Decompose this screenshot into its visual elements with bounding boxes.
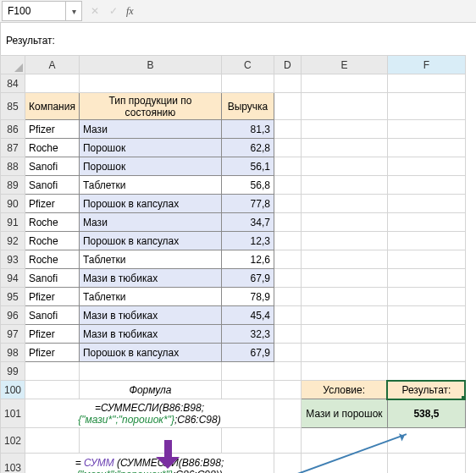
cell[interactable]: Roche	[25, 213, 80, 232]
result-value-cell[interactable]: 538,5	[387, 399, 465, 428]
col-header-B[interactable]: B	[79, 56, 221, 74]
row-header[interactable]: 99	[1, 362, 25, 381]
cell[interactable]: Sanofi	[25, 306, 80, 325]
row-header[interactable]: 103	[1, 454, 25, 474]
cell[interactable]: 62,8	[221, 139, 274, 157]
cell[interactable]: Таблетки	[79, 288, 221, 306]
col-header-F[interactable]: F	[387, 56, 465, 74]
cell[interactable]: 45,4	[221, 306, 274, 325]
row-header[interactable]: 95	[1, 288, 25, 306]
row-header[interactable]: 102	[1, 428, 25, 454]
row-header[interactable]: 100	[1, 381, 25, 399]
row-header[interactable]: 90	[1, 195, 25, 213]
formula-2-cell[interactable]: = СУММ (СУММЕСЛИ(B86:B98; {"мази*";"поро…	[25, 454, 274, 474]
result-header-label[interactable]: Результат:	[387, 381, 465, 399]
cell[interactable]: 81,3	[221, 120, 274, 139]
cell[interactable]: 56,8	[221, 176, 274, 195]
cell[interactable]: 32,3	[221, 325, 274, 344]
cell[interactable]: Порошок в капсулах	[79, 195, 221, 213]
cell[interactable]: Pfizer	[25, 325, 80, 344]
row-header[interactable]: 101	[1, 399, 25, 428]
cell[interactable]: 77,8	[221, 195, 274, 213]
cell[interactable]: Мази	[79, 213, 221, 232]
spreadsheet-grid: A B C D E F 84 85 Компания Тип продукции…	[0, 55, 476, 473]
cell[interactable]: Pfizer	[25, 120, 80, 139]
col-header-E[interactable]: E	[301, 56, 387, 74]
formula-bar: F100 ▾ ✕ ✓ fx	[0, 0, 476, 23]
row-header[interactable]: 85	[1, 93, 25, 120]
cell[interactable]: Мази в тюбиках	[79, 325, 221, 344]
cell[interactable]: Pfizer	[25, 288, 80, 306]
col-header-A[interactable]: A	[25, 56, 80, 74]
row-header[interactable]: 89	[1, 176, 25, 195]
name-box[interactable]: F100	[2, 1, 66, 21]
cell[interactable]: Sanofi	[25, 176, 80, 195]
cell[interactable]: Roche	[25, 139, 80, 157]
table-hdr-product[interactable]: Тип продукции по состоянию	[79, 93, 221, 120]
row-header[interactable]: 88	[1, 157, 25, 176]
cell[interactable]: Sanofi	[25, 157, 80, 176]
select-all-corner[interactable]	[1, 56, 25, 74]
formula-1-cell[interactable]: =СУММЕСЛИ(B86:B98; {"мази*";"порошок*"};…	[25, 399, 274, 428]
cell[interactable]: Мази в тюбиках	[79, 306, 221, 325]
fx-icon[interactable]: fx	[126, 5, 134, 18]
cell[interactable]: Sanofi	[25, 269, 80, 288]
cell[interactable]: Мази	[79, 120, 221, 139]
sheet-table[interactable]: A B C D E F 84 85 Компания Тип продукции…	[0, 55, 466, 473]
cell[interactable]: Roche	[25, 232, 80, 250]
row-header[interactable]: 96	[1, 306, 25, 325]
chevron-down-icon: ▾	[72, 7, 76, 16]
col-header-D[interactable]: D	[274, 56, 301, 74]
cell[interactable]: 78,9	[221, 288, 274, 306]
cond-value-cell[interactable]: Мази и порошок	[301, 399, 387, 428]
row-header[interactable]: 84	[1, 74, 25, 93]
accept-icon[interactable]: ✓	[108, 5, 119, 17]
cell[interactable]: 34,7	[221, 213, 274, 232]
cell[interactable]: Порошок в капсулах	[79, 232, 221, 250]
cell[interactable]: 67,9	[221, 269, 274, 288]
row-header[interactable]: 93	[1, 250, 25, 269]
row-header[interactable]: 92	[1, 232, 25, 250]
cell[interactable]: Pfizer	[25, 195, 80, 213]
cell[interactable]: 67,9	[221, 344, 274, 362]
formula-label[interactable]: Формула	[79, 381, 221, 399]
formula-edit-buttons: ✕ ✓	[89, 5, 119, 17]
row-header[interactable]: 91	[1, 213, 25, 232]
cond-header-label[interactable]: Условие:	[301, 381, 387, 399]
row-header[interactable]: 86	[1, 120, 25, 139]
cell[interactable]: 12,6	[221, 250, 274, 269]
col-header-C[interactable]: C	[221, 56, 274, 74]
cell[interactable]: Таблетки	[79, 250, 221, 269]
cell[interactable]: Roche	[25, 250, 80, 269]
formula-input[interactable]: Результат:	[0, 23, 476, 55]
cell[interactable]: 12,3	[221, 232, 274, 250]
row-header[interactable]: 97	[1, 325, 25, 344]
name-box-dropdown[interactable]: ▾	[66, 1, 82, 21]
cell[interactable]: Порошок	[79, 139, 221, 157]
cell[interactable]: Порошок в капсулах	[79, 344, 221, 362]
cell[interactable]: 56,1	[221, 157, 274, 176]
cancel-icon[interactable]: ✕	[89, 5, 101, 17]
row-header[interactable]: 87	[1, 139, 25, 157]
table-hdr-company[interactable]: Компания	[25, 93, 80, 120]
cell[interactable]: Таблетки	[79, 176, 221, 195]
table-hdr-revenue[interactable]: Выручка	[221, 93, 274, 120]
row-header[interactable]: 98	[1, 344, 25, 362]
cell[interactable]: Порошок	[79, 157, 221, 176]
cell[interactable]: Pfizer	[25, 344, 80, 362]
cell[interactable]: Мази в тюбиках	[79, 269, 221, 288]
row-header[interactable]: 94	[1, 269, 25, 288]
